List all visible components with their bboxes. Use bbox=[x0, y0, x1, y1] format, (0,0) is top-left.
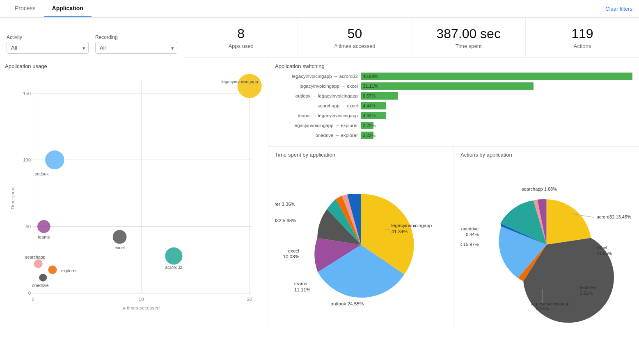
bar-fill-3: 4.44% bbox=[361, 102, 386, 109]
label-outlook-actions: outlook 15.97% bbox=[460, 242, 479, 247]
actions-section: Actions by application bbox=[454, 147, 639, 329]
bar-label-4: teams → legacyinvoicingapp bbox=[275, 113, 361, 118]
app-usage-panel: Application usage Time spent bbox=[0, 58, 268, 329]
bar-pct-4: 4.44% bbox=[363, 113, 376, 118]
stat-actions-label: Actions bbox=[532, 43, 632, 49]
bubble-outlook[interactable] bbox=[45, 150, 64, 169]
stats-row: 8 Apps used 50 # times accessed 387.00 s… bbox=[184, 18, 639, 58]
label-outlook-time: outlook 24.55% bbox=[331, 301, 364, 306]
svg-text:100: 100 bbox=[23, 157, 31, 163]
switching-section: Application switching legacyinvoicingapp… bbox=[268, 58, 639, 147]
bar-row-3: searchapp → excel 4.44% bbox=[275, 102, 632, 109]
bar-container-2: 6.67% bbox=[361, 92, 632, 100]
bar-pct-0: 48.89% bbox=[363, 74, 378, 79]
recording-select[interactable]: All bbox=[95, 42, 177, 54]
svg-text:explorer: explorer bbox=[61, 268, 77, 273]
tabs-container: Process Application bbox=[7, 0, 92, 17]
bar-pct-6: 2.22% bbox=[363, 133, 376, 138]
bar-row-0: legacyinvoicingapp → acrord32 48.89% bbox=[275, 73, 632, 80]
stat-times-accessed: 50 # times accessed bbox=[298, 18, 412, 57]
label-legacyinvoicingapp-pct-time: 41.34% bbox=[391, 229, 408, 234]
svg-text:0: 0 bbox=[28, 291, 31, 296]
bar-label-5: legacyinvoicingapp → explorer bbox=[275, 123, 361, 128]
bubble-onedrive[interactable] bbox=[39, 274, 47, 282]
bar-row-5: legacyinvoicingapp → explorer 2.22% bbox=[275, 122, 632, 129]
filters-section: Activity All Recording All bbox=[0, 18, 184, 58]
bubble-legacyinvoicingapp[interactable] bbox=[238, 74, 262, 98]
bar-row-1: legacyinvoicingapp → excel 31.11% bbox=[275, 82, 632, 90]
svg-text:outlook: outlook bbox=[35, 172, 49, 177]
app-usage-title: Application usage bbox=[5, 63, 265, 69]
svg-text:acrord32: acrord32 bbox=[165, 265, 183, 270]
bar-pct-2: 6.67% bbox=[363, 93, 376, 98]
stat-times-label: # times accessed bbox=[305, 43, 405, 49]
bar-label-3: searchapp → excel bbox=[275, 103, 361, 108]
scatter-svg: Time spent 0 bbox=[5, 73, 265, 323]
svg-text:searchapp: searchapp bbox=[25, 255, 45, 259]
clear-filters-button[interactable]: Clear filters bbox=[605, 1, 632, 17]
right-panel: Application switching legacyinvoicingapp… bbox=[268, 58, 639, 329]
bar-fill-0: 48.89% bbox=[361, 73, 632, 80]
label-acrord32-actions: acrord32 13.45% bbox=[597, 214, 631, 219]
bar-label-2: outlook → legacyinvoicingapp bbox=[275, 93, 361, 98]
label-searchapp-actions: searchapp 1.68% bbox=[522, 187, 557, 192]
svg-text:# times accessed: # times accessed bbox=[123, 305, 160, 311]
bar-label-0: legacyinvoicingapp → acrord32 bbox=[275, 74, 361, 79]
bar-pct-5: 2.22% bbox=[363, 123, 376, 128]
bar-container-6: 2.22% bbox=[361, 132, 632, 139]
bar-container-3: 4.44% bbox=[361, 102, 632, 109]
label-excel-time: excel bbox=[288, 248, 299, 253]
tab-process[interactable]: Process bbox=[7, 0, 44, 17]
label-legacy-actions: legacyinvoicingapp bbox=[531, 301, 569, 306]
svg-text:0: 0 bbox=[32, 297, 34, 302]
activity-select[interactable]: All bbox=[7, 42, 89, 54]
label-excel-pct-actions: 21.85% bbox=[597, 251, 612, 256]
bar-fill-5: 2.22% bbox=[361, 122, 373, 129]
bar-row-2: outlook → legacyinvoicingapp 6.67% bbox=[275, 92, 632, 100]
recording-filter-group: Recording All bbox=[95, 34, 177, 54]
time-spent-section: Time spent by application bbox=[268, 147, 454, 329]
bar-fill-1: 31.11% bbox=[361, 82, 534, 90]
stat-timespent-value: 387.00 sec bbox=[419, 26, 519, 41]
bubble-explorer[interactable] bbox=[48, 266, 57, 274]
time-spent-title: Time spent by application bbox=[275, 152, 447, 158]
bar-label-1: legacyinvoicingapp → excel bbox=[275, 84, 361, 89]
svg-text:10: 10 bbox=[139, 297, 144, 302]
activity-filter-group: Activity All bbox=[7, 34, 89, 54]
actions-title: Actions by application bbox=[460, 152, 632, 158]
label-explorer-time: explorer 3.36% bbox=[275, 202, 295, 207]
bubble-acrord32[interactable] bbox=[165, 248, 182, 265]
main-content: Application usage Time spent bbox=[0, 58, 639, 329]
stat-time-spent: 387.00 sec Time spent bbox=[412, 18, 526, 57]
bar-fill-6: 2.22% bbox=[361, 132, 373, 139]
bar-fill-2: 6.67% bbox=[361, 92, 398, 100]
activity-label: Activity bbox=[7, 34, 89, 40]
bar-pct-1: 31.11% bbox=[363, 84, 378, 89]
label-excel-actions: excel bbox=[597, 246, 607, 250]
label-acrord32-time: acrord32 5.68% bbox=[275, 218, 296, 223]
slice-excel-actions bbox=[546, 200, 591, 245]
bubble-teams[interactable] bbox=[37, 220, 50, 233]
top-tabs-bar: Process Application Clear filters bbox=[0, 0, 639, 18]
bar-row-6: onedrive → explorer 2.22% bbox=[275, 132, 632, 139]
bubble-excel[interactable] bbox=[113, 230, 127, 244]
recording-select-wrapper[interactable]: All bbox=[95, 42, 177, 54]
bottom-charts: Time spent by application bbox=[268, 147, 639, 329]
label-excel-pct-time: 10.08% bbox=[283, 254, 299, 259]
label-teams-pct-time: 11.11% bbox=[294, 287, 311, 292]
tab-application[interactable]: Application bbox=[44, 0, 92, 17]
svg-text:Time spent: Time spent bbox=[10, 186, 15, 210]
activity-select-wrapper[interactable]: All bbox=[7, 42, 89, 54]
svg-text:150: 150 bbox=[23, 91, 31, 96]
label-onedrive-pct-actions: 0.84% bbox=[466, 232, 479, 237]
stat-actions-value: 119 bbox=[532, 26, 632, 41]
bar-container-1: 31.11% bbox=[361, 82, 632, 90]
svg-text:legacyinvoicingapp: legacyinvoicingapp bbox=[222, 80, 258, 84]
label-explorer-pct-actions: 2.52% bbox=[580, 291, 593, 296]
bubble-searchapp[interactable] bbox=[34, 259, 43, 268]
stat-apps-value: 8 bbox=[191, 26, 291, 41]
bar-fill-4: 4.44% bbox=[361, 112, 386, 119]
stat-times-value: 50 bbox=[305, 26, 405, 41]
actions-svg: acrord32 13.45% excel 21.85% legacyinvoi… bbox=[460, 161, 632, 323]
recording-label: Recording bbox=[95, 34, 177, 40]
